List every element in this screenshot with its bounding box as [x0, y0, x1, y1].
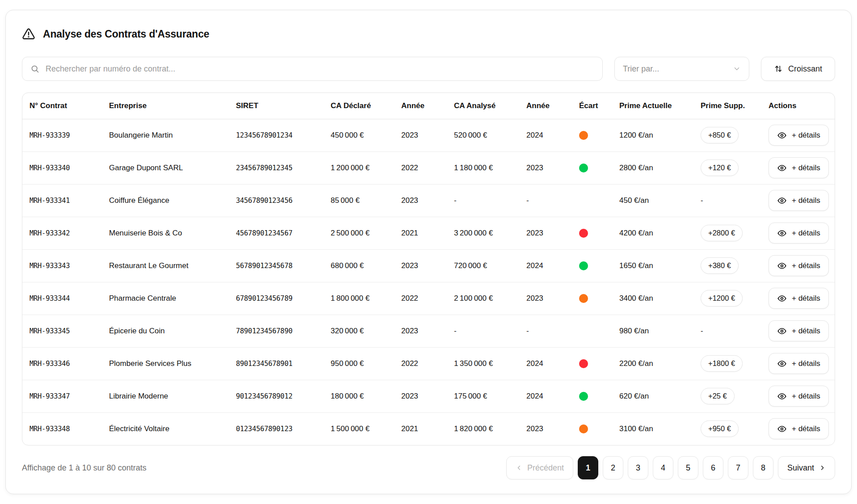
prime-supp-badge: +950 €: [701, 420, 739, 437]
col-header-contract: N° Contrat: [22, 93, 102, 119]
sort-direction-button[interactable]: Croissant: [761, 57, 835, 81]
annee-analyse-value: 2023: [519, 412, 572, 445]
page-button-8[interactable]: 8: [753, 456, 773, 479]
page-button-6[interactable]: 6: [703, 456, 723, 479]
details-button-label: + détails: [792, 294, 820, 303]
annee-declare-value: 2023: [394, 315, 447, 347]
eye-icon: [777, 163, 787, 173]
annee-analyse-value: 2024: [519, 119, 572, 151]
prime-actuelle-value: 2800 €/an: [612, 151, 693, 184]
ca-analyse-value: 1 820 000 €: [447, 412, 519, 445]
ca-declare-value: 180 000 €: [323, 380, 394, 412]
ecart-status-dot: [579, 359, 588, 368]
annee-declare-value: 2022: [394, 347, 447, 380]
details-button[interactable]: + détails: [769, 353, 829, 374]
details-button-label: + détails: [792, 261, 820, 270]
page-button-5[interactable]: 5: [678, 456, 698, 479]
next-page-button[interactable]: Suivant: [778, 456, 835, 479]
previous-page-button[interactable]: Précédent: [506, 456, 573, 479]
details-button[interactable]: + détails: [769, 288, 829, 309]
ca-declare-value: 1 200 000 €: [323, 151, 394, 184]
company-name: Librairie Moderne: [102, 380, 229, 412]
ecart-status-dot: [579, 424, 588, 433]
ecart-status-dot: [579, 131, 588, 140]
details-button-label: + détails: [792, 359, 820, 368]
annee-declare-value: 2023: [394, 380, 447, 412]
table-row: MRH-933342 Menuiserie Bois & Co 45678901…: [22, 217, 835, 249]
chevron-right-icon: [819, 464, 826, 471]
search-input[interactable]: [46, 64, 594, 74]
siret-number: 12345678901234: [229, 119, 323, 151]
table-row: MRH-933341 Coiffure Élégance 34567890123…: [22, 184, 835, 217]
chevron-left-icon: [516, 464, 523, 471]
page-title: Analyse des Contrats d'Assurance: [43, 28, 209, 40]
page-button-3[interactable]: 3: [628, 456, 648, 479]
ca-analyse-value: -: [447, 315, 519, 347]
eye-icon: [777, 359, 787, 369]
details-button-label: + détails: [792, 424, 820, 433]
col-header-ca-declare: CA Déclaré: [323, 93, 394, 119]
card-header: Analyse des Contrats d'Assurance: [22, 27, 835, 41]
eye-icon: [777, 326, 787, 336]
contracts-analysis-card: Analyse des Contrats d'Assurance Trier p…: [5, 10, 852, 494]
details-button[interactable]: + détails: [769, 157, 829, 178]
eye-icon: [777, 196, 787, 206]
company-name: Électricité Voltaire: [102, 412, 229, 445]
details-button[interactable]: + détails: [769, 418, 829, 439]
details-button[interactable]: + détails: [769, 320, 829, 341]
annee-analyse-value: 2023: [519, 151, 572, 184]
prime-supp-badge: +2800 €: [701, 225, 743, 241]
details-button-label: + détails: [792, 392, 820, 401]
table-body: MRH-933339 Boulangerie Martin 1234567890…: [22, 119, 835, 445]
prime-supp-badge: +1200 €: [701, 290, 743, 307]
col-header-ecart: Écart: [572, 93, 612, 119]
prime-actuelle-value: 3100 €/an: [612, 412, 693, 445]
page-button-1[interactable]: 1: [578, 456, 598, 479]
pagination-controls: Précédent 12345678 Suivant: [506, 456, 835, 479]
company-name: Épicerie du Coin: [102, 315, 229, 347]
eye-icon: [777, 294, 787, 303]
col-header-prime-actuelle: Prime Actuelle: [612, 93, 693, 119]
prime-actuelle-value: 3400 €/an: [612, 282, 693, 315]
prime-supp-badge: +25 €: [701, 388, 735, 404]
prime-actuelle-value: 620 €/an: [612, 380, 693, 412]
col-header-prime-supp: Prime Supp.: [693, 93, 761, 119]
col-header-siret: SIRET: [229, 93, 323, 119]
page-button-4[interactable]: 4: [653, 456, 673, 479]
siret-number: 45678901234567: [229, 217, 323, 249]
table-row: MRH-933346 Plomberie Services Plus 89012…: [22, 347, 835, 380]
ecart-status-dot: [579, 392, 588, 401]
ecart-status-dot: [579, 294, 588, 303]
table-row: MRH-933347 Librairie Moderne 90123456789…: [22, 380, 835, 412]
col-header-annee-analyse: Année: [519, 93, 572, 119]
company-name: Restaurant Le Gourmet: [102, 249, 229, 282]
company-name: Plomberie Services Plus: [102, 347, 229, 380]
next-page-label: Suivant: [787, 463, 814, 473]
details-button[interactable]: + détails: [769, 255, 829, 276]
table-row: MRH-933339 Boulangerie Martin 1234567890…: [22, 119, 835, 151]
contract-number: MRH-933348: [22, 412, 102, 445]
page-button-7[interactable]: 7: [728, 456, 748, 479]
prime-supp-badge: +850 €: [701, 127, 739, 143]
details-button[interactable]: + détails: [769, 386, 829, 407]
details-button[interactable]: + détails: [769, 190, 829, 211]
contract-number: MRH-933345: [22, 315, 102, 347]
annee-analyse-value: 2024: [519, 249, 572, 282]
controls-bar: Trier par... Croissant: [22, 57, 835, 81]
details-button[interactable]: + détails: [769, 125, 829, 146]
annee-declare-value: 2022: [394, 151, 447, 184]
details-button[interactable]: + détails: [769, 223, 829, 244]
contracts-table: N° Contrat Entreprise SIRET CA Déclaré A…: [22, 93, 835, 445]
annee-analyse-value: 2024: [519, 347, 572, 380]
page-button-2[interactable]: 2: [603, 456, 623, 479]
ca-analyse-value: 175 000 €: [447, 380, 519, 412]
ca-declare-value: 1 800 000 €: [323, 282, 394, 315]
ca-analyse-value: 1 180 000 €: [447, 151, 519, 184]
annee-declare-value: 2021: [394, 217, 447, 249]
siret-number: 56789012345678: [229, 249, 323, 282]
sort-direction-label: Croissant: [788, 64, 822, 74]
search-box[interactable]: [22, 57, 603, 81]
siret-number: 67890123456789: [229, 282, 323, 315]
sort-by-select[interactable]: Trier par...: [614, 57, 749, 81]
annee-analyse-value: 2023: [519, 282, 572, 315]
